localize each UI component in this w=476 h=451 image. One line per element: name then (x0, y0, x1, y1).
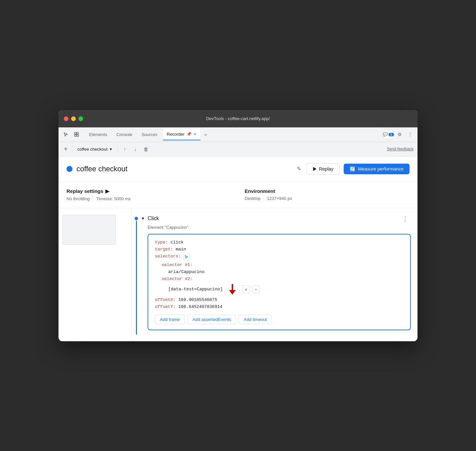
steps-area: ▼ Click ⋮ Element "Cappucino" type: clic… (59, 208, 417, 341)
play-icon (313, 167, 317, 171)
code-type-line: type: click (155, 240, 404, 245)
recording-title: coffee checkout (76, 165, 292, 173)
replay-settings-toggle[interactable]: Replay settings ▶ (66, 188, 231, 194)
remove-selector-button[interactable]: − (252, 285, 260, 293)
toolbar-separator-2 (117, 145, 118, 153)
traffic-lights (64, 116, 83, 121)
window-title: DevTools - coffee-cart.netlify.app/ (206, 116, 270, 121)
svg-rect-2 (74, 135, 76, 136)
svg-rect-3 (77, 135, 78, 136)
offsetx-key: offsetX: (155, 297, 176, 302)
code-selector2-val-line: [data-test=Cappucino] + − (155, 283, 404, 295)
resolution-label: 1237×940 px (267, 196, 292, 201)
replay-label: Replay (319, 166, 333, 172)
measure-icon: 🔄 (350, 166, 355, 172)
type-val: click (171, 240, 183, 245)
step-name: Click (148, 216, 159, 222)
step-content: ▼ Click ⋮ Element "Cappucino" type: clic… (141, 214, 417, 336)
tab-right-icons: 💬 1 ⚙ ⋮ (383, 130, 415, 139)
toolbar: + coffee checkout ▾ ↑ ↓ 🗑 Send feedback (59, 142, 417, 157)
selector1-val: aria/Cappucino (168, 269, 204, 274)
titlebar: DevTools - coffee-cart.netlify.app/ (59, 110, 417, 127)
send-feedback-link[interactable]: Send feedback (387, 147, 414, 151)
red-arrow-down-icon (227, 283, 237, 295)
devtools-window: DevTools - coffee-cart.netlify.app/ Elem… (59, 110, 417, 341)
replay-button[interactable]: Replay (306, 163, 340, 175)
red-arrow-wrapper (227, 283, 237, 295)
settings-divider: | (92, 196, 93, 201)
code-offsety-line: offsetY: 108.6452407836914 (155, 304, 404, 309)
add-asserted-events-button[interactable]: Add assertedEvents (187, 315, 236, 324)
timeout-label: Timeout: 5000 ms (96, 196, 131, 201)
measure-performance-button[interactable]: 🔄 Measure performance (344, 164, 410, 174)
environment-label: Environment (245, 188, 275, 194)
settings-details: No throttling | Timeout: 5000 ms (66, 196, 231, 201)
svg-rect-0 (74, 132, 76, 134)
add-timeout-button[interactable]: Add timeout (239, 315, 272, 324)
settings-bar: Replay settings ▶ No throttling | Timeou… (59, 182, 417, 208)
step-subtitle: Element "Cappucino" (148, 225, 411, 230)
close-button[interactable] (64, 116, 68, 121)
selector-tool-icon (183, 254, 190, 260)
svg-rect-1 (77, 132, 78, 134)
svg-marker-5 (229, 290, 236, 295)
notification-button[interactable]: 💬 1 (383, 130, 394, 139)
settings-right: Environment Desktop | 1237×940 px (231, 188, 410, 201)
offsetx-val: 169.90185546875 (178, 297, 217, 302)
settings-icon[interactable]: ⚙ (395, 130, 404, 139)
more-options-icon[interactable]: ⋮ (406, 130, 415, 139)
step-connector-line (136, 221, 137, 335)
code-selector1-line: selector #1: (155, 262, 404, 267)
chat-icon: 💬 (383, 132, 388, 137)
export-button[interactable]: ↑ (120, 144, 130, 154)
tab-sources[interactable]: Sources (138, 128, 162, 140)
replay-settings-label: Replay settings (66, 188, 103, 194)
recording-status-dot (66, 166, 72, 172)
tab-console[interactable]: Console (112, 128, 136, 140)
step-thumbnail (62, 215, 116, 245)
target-key: target: (155, 247, 173, 252)
add-selector-button[interactable]: + (242, 285, 250, 293)
code-offsetx-line: offsetX: 169.90185546875 (155, 297, 404, 302)
step-header: ▼ Click ⋮ (141, 214, 411, 224)
step-line-container (132, 214, 141, 336)
maximize-button[interactable] (78, 116, 83, 121)
code-selector2-line: selector #2: (155, 276, 404, 281)
device-label: Desktop (245, 196, 261, 201)
step-detail-area: ▼ Click ⋮ Element "Cappucino" type: clic… (132, 208, 417, 341)
tab-elements[interactable]: Elements (85, 128, 111, 140)
step-more-button[interactable]: ⋮ (400, 214, 411, 224)
notification-badge: 1 (389, 133, 394, 136)
tabbar: Elements Console Sources Recorder 📌 ✕ » … (59, 127, 417, 142)
code-block: type: click target: main selectors: (148, 234, 411, 330)
throttling-label: No throttling (66, 196, 90, 201)
import-button[interactable]: ↓ (131, 144, 140, 154)
recording-name: coffee checkout (77, 147, 108, 152)
add-frame-button[interactable]: Add frame (155, 315, 185, 324)
recorder-pin-icon: 📌 (186, 132, 191, 136)
tab-more[interactable]: » (202, 132, 209, 137)
minimize-button[interactable] (71, 116, 76, 121)
tab-recorder-close[interactable]: ✕ (193, 132, 196, 136)
tab-recorder[interactable]: Recorder 📌 ✕ (163, 128, 200, 140)
recording-header: coffee checkout ✎ Replay 🔄 Measure perfo… (59, 157, 417, 182)
environment-details: Desktop | 1237×940 px (245, 196, 410, 201)
edit-title-icon[interactable]: ✎ (296, 164, 302, 173)
tab-nav-icons (61, 130, 81, 139)
recording-selector[interactable]: coffee checkout ▾ (75, 145, 115, 153)
delete-button[interactable]: 🗑 (142, 144, 151, 154)
tab-console-label: Console (116, 132, 132, 137)
type-key: type: (155, 240, 168, 245)
offsety-val: 108.6452407836914 (178, 304, 222, 309)
target-val: main (176, 247, 186, 252)
step-dot (135, 217, 138, 220)
selector2-row: [data-test=Cappucino] + − (168, 283, 260, 295)
chevron-right-icon: ▶ (105, 188, 109, 194)
inspect-icon[interactable] (72, 130, 81, 139)
environment-divider: | (263, 196, 264, 201)
chevron-down-icon: ▾ (110, 147, 112, 152)
add-recording-button[interactable]: + (62, 144, 69, 154)
main-content: coffee checkout ✎ Replay 🔄 Measure perfo… (59, 157, 417, 341)
cursor-icon[interactable] (61, 130, 70, 139)
step-collapse-icon[interactable]: ▼ (141, 216, 145, 221)
